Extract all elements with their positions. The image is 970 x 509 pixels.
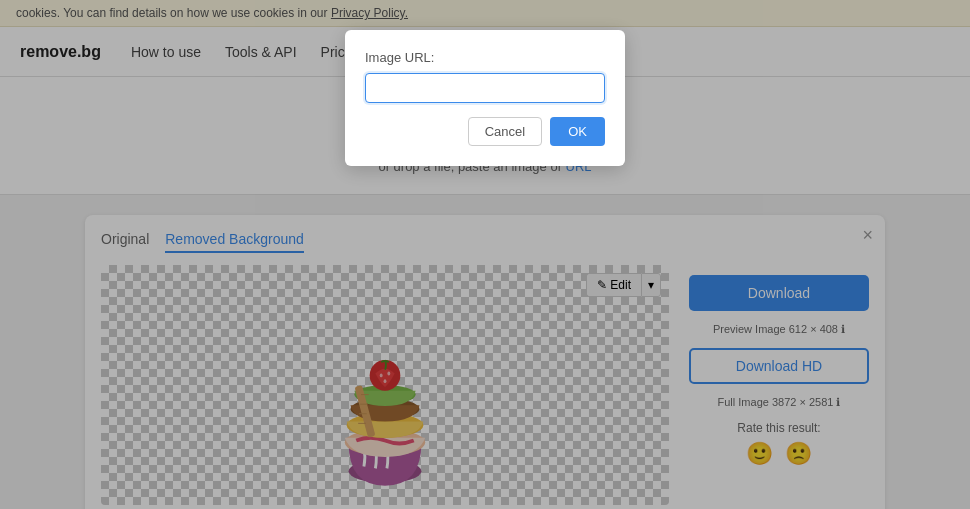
modal-actions: Cancel OK [365, 117, 605, 146]
modal-label: Image URL: [365, 50, 605, 65]
image-url-input[interactable] [365, 73, 605, 103]
ok-button[interactable]: OK [550, 117, 605, 146]
cancel-button[interactable]: Cancel [468, 117, 542, 146]
modal-overlay: Image URL: Cancel OK [0, 0, 970, 509]
image-url-modal: Image URL: Cancel OK [345, 30, 625, 166]
